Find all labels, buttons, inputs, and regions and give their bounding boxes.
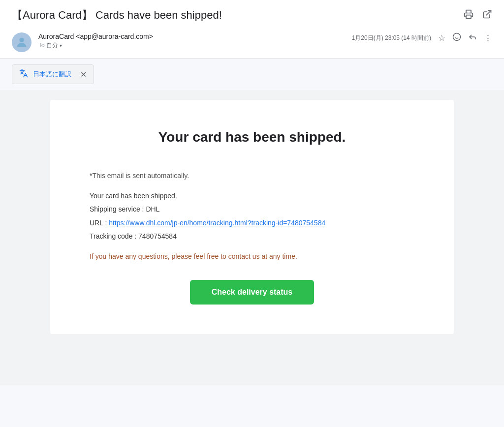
translation-close-button[interactable]: ✕ xyxy=(80,70,87,79)
svg-point-2 xyxy=(19,38,24,42)
print-icon[interactable] xyxy=(464,9,473,22)
url-line: URL : https://www.dhl.com/jp-en/home/tra… xyxy=(90,217,414,229)
more-options-icon[interactable]: ⋮ xyxy=(484,33,492,43)
shipped-text: Your card has been shipped. xyxy=(90,190,414,202)
to-label: To 自分 xyxy=(38,41,58,50)
avatar xyxy=(12,32,32,52)
open-new-window-icon[interactable] xyxy=(482,9,492,22)
shipping-service: Shipping service : DHL xyxy=(90,203,414,215)
sender-info: AuroraCard <app@aurora-card.com> To 自分 ▾ xyxy=(38,32,352,50)
top-bar: 【Aurora Card】 Cards have been shipped! xyxy=(0,0,504,29)
sender-name-line: AuroraCard <app@aurora-card.com> xyxy=(38,32,352,40)
sender-email: <app@aurora-card.com> xyxy=(76,32,153,40)
svg-line-1 xyxy=(486,10,491,15)
email-content-area: Your card has been shipped. *This email … xyxy=(0,90,504,385)
tracking-url[interactable]: https://www.dhl.com/jp-en/home/tracking.… xyxy=(109,219,325,227)
sender-meta: 1月20日(月) 23:05 (14 時間前) ☆ ⋮ xyxy=(352,32,492,44)
check-delivery-status-button[interactable]: Check delivery status xyxy=(190,280,315,305)
email-timestamp: 1月20日(月) 23:05 (14 時間前) xyxy=(352,34,431,42)
email-card: Your card has been shipped. *This email … xyxy=(50,100,454,334)
sender-name: AuroraCard xyxy=(38,32,74,40)
chevron-down-icon[interactable]: ▾ xyxy=(60,43,62,48)
translate-icon xyxy=(19,69,28,80)
email-body-text: *This email is sent automatically. Your … xyxy=(90,170,414,243)
sender-to[interactable]: To 自分 ▾ xyxy=(38,41,352,50)
sender-row: AuroraCard <app@aurora-card.com> To 自分 ▾… xyxy=(0,29,504,59)
star-icon[interactable]: ☆ xyxy=(438,33,445,43)
emoji-icon[interactable] xyxy=(452,32,461,44)
auto-note: *This email is sent automatically. xyxy=(90,170,414,182)
translate-text[interactable]: 日本語に翻訳 xyxy=(33,70,71,79)
svg-rect-0 xyxy=(466,15,471,18)
svg-point-3 xyxy=(453,33,461,41)
reply-icon[interactable] xyxy=(468,32,477,44)
translation-bar: 日本語に翻訳 ✕ xyxy=(12,64,94,84)
email-headline: Your card has been shipped. xyxy=(90,129,414,145)
url-prefix: URL : xyxy=(90,219,109,227)
email-subject: 【Aurora Card】 Cards have been shipped! xyxy=(12,8,464,23)
top-icons xyxy=(464,9,492,22)
contact-note: If you have any questions, please feel f… xyxy=(90,252,414,260)
tracking-code: Tracking code : 7480754584 xyxy=(90,230,414,243)
check-btn-wrapper: Check delivery status xyxy=(90,280,414,305)
